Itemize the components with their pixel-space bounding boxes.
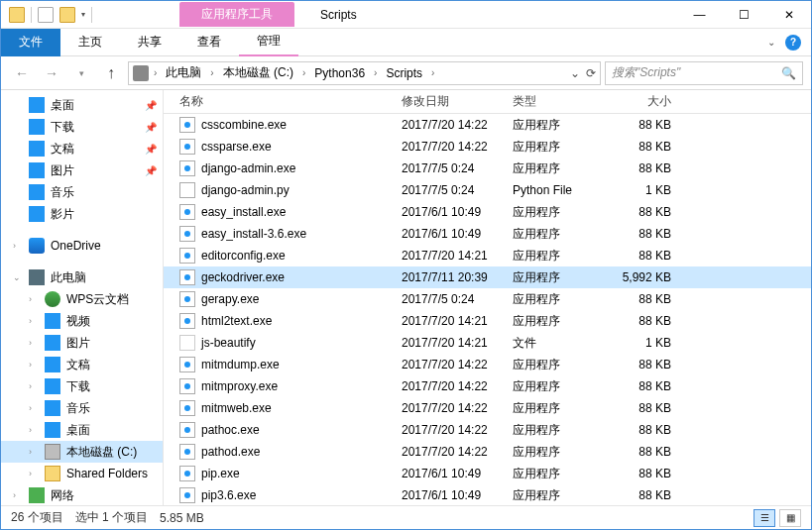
chevron-right-icon[interactable]: › (371, 67, 380, 78)
search-icon[interactable]: 🔍 (781, 66, 796, 80)
sidebar-item-pictures2[interactable]: ›图片 (1, 332, 163, 354)
chevron-right-icon[interactable]: › (29, 469, 32, 478)
chevron-right-icon[interactable]: › (29, 294, 32, 304)
tab-file[interactable]: 文件 (1, 29, 60, 56)
file-row[interactable]: django-admin.exe2017/7/5 0:24应用程序88 KB (164, 158, 811, 179)
file-row[interactable]: easy_install-3.6.exe2017/6/1 10:49应用程序88… (164, 223, 811, 245)
file-row[interactable]: csscombine.exe2017/7/20 14:22应用程序88 KB (164, 114, 811, 136)
chevron-right-icon[interactable]: › (29, 447, 32, 457)
chevron-right-icon[interactable]: › (29, 381, 32, 391)
file-row[interactable]: django-admin.py2017/7/5 0:24Python File1… (164, 179, 811, 201)
chevron-down-icon[interactable]: ⌄ (13, 272, 21, 282)
tab-home[interactable]: 主页 (60, 29, 120, 56)
refresh-icon[interactable]: ⟳ (586, 66, 596, 80)
file-row[interactable]: pip.exe2017/6/1 10:49应用程序88 KB (164, 463, 811, 484)
file-row[interactable]: mitmweb.exe2017/7/20 14:22应用程序88 KB (164, 397, 811, 419)
file-name: gerapy.exe (201, 292, 259, 306)
close-button[interactable]: ✕ (766, 1, 811, 29)
properties-icon[interactable] (38, 7, 54, 23)
sidebar-item-network[interactable]: ›网络 (1, 484, 163, 505)
breadcrumb-seg[interactable]: 本地磁盘 (C:) (219, 62, 297, 83)
picture-icon (45, 335, 60, 351)
onedrive-icon (29, 238, 45, 254)
contextual-tab-label: 应用程序工具 (179, 2, 294, 27)
chevron-right-icon[interactable]: › (29, 403, 32, 413)
tab-share[interactable]: 共享 (120, 29, 179, 56)
col-header-type[interactable]: 类型 (513, 93, 612, 110)
nav-label: 本地磁盘 (C:) (66, 444, 137, 461)
file-size: 5,992 KB (612, 270, 711, 284)
new-folder-icon[interactable] (59, 7, 75, 23)
help-icon[interactable]: ? (785, 35, 801, 51)
file-row[interactable]: cssparse.exe2017/7/20 14:22应用程序88 KB (164, 136, 811, 158)
sidebar-item-downloads[interactable]: 下载📌 (1, 116, 163, 138)
file-row[interactable]: html2text.exe2017/7/20 14:21应用程序88 KB (164, 310, 811, 332)
file-icon (179, 357, 195, 372)
sidebar-item-movies[interactable]: 影片 (1, 203, 163, 225)
tab-manage[interactable]: 管理 (239, 29, 298, 56)
col-header-size[interactable]: 大小 (612, 93, 711, 110)
forward-button[interactable]: → (39, 60, 64, 86)
search-input[interactable]: 搜索"Scripts" 🔍 (605, 61, 803, 85)
ribbon-expand-icon[interactable]: ⌄ (767, 37, 775, 48)
file-row[interactable]: mitmdump.exe2017/7/20 14:22应用程序88 KB (164, 354, 811, 375)
file-type: 应用程序 (513, 400, 612, 417)
nav-label: 下载 (51, 119, 74, 136)
folder-icon[interactable] (9, 7, 25, 23)
file-row[interactable]: gerapy.exe2017/7/5 0:24应用程序88 KB (164, 288, 811, 310)
file-row[interactable]: geckodriver.exe2017/7/11 20:39应用程序5,992 … (164, 266, 811, 288)
chevron-right-icon[interactable]: › (13, 490, 16, 500)
breadcrumb-seg[interactable]: Scripts (382, 64, 426, 82)
sidebar-item-wps[interactable]: ›WPS云文档 (1, 288, 163, 310)
drive-icon[interactable] (133, 65, 149, 81)
col-header-name[interactable]: 名称 (164, 93, 402, 110)
icons-view-button[interactable]: ▦ (779, 509, 801, 527)
file-type: 应用程序 (513, 160, 612, 177)
sidebar-item-music[interactable]: 音乐 (1, 181, 163, 203)
sidebar-item-documents2[interactable]: ›文稿 (1, 354, 163, 375)
file-icon (179, 444, 195, 460)
back-button[interactable]: ← (9, 60, 35, 86)
chevron-right-icon[interactable]: › (151, 67, 160, 78)
file-row[interactable]: easy_install.exe2017/6/1 10:49应用程序88 KB (164, 201, 811, 223)
file-icon (179, 269, 195, 285)
chevron-right-icon[interactable]: › (29, 425, 32, 435)
sidebar-item-localdisk[interactable]: ›本地磁盘 (C:) (1, 441, 163, 463)
chevron-right-icon[interactable]: › (13, 241, 16, 251)
minimize-button[interactable]: — (677, 1, 722, 29)
chevron-right-icon[interactable]: › (207, 67, 216, 78)
sidebar-item-music2[interactable]: ›音乐 (1, 397, 163, 419)
sidebar-item-desktop[interactable]: 桌面📌 (1, 94, 163, 116)
file-row[interactable]: editorconfig.exe2017/7/20 14:21应用程序88 KB (164, 245, 811, 266)
sidebar-item-shared[interactable]: ›Shared Folders (1, 463, 163, 484)
address-box[interactable]: › 此电脑 › 本地磁盘 (C:) › Python36 › Scripts ›… (128, 61, 601, 85)
maximize-button[interactable]: ☐ (722, 1, 766, 29)
sidebar-item-desktop2[interactable]: ›桌面 (1, 419, 163, 441)
breadcrumb-seg[interactable]: 此电脑 (162, 62, 205, 83)
sidebar-item-downloads2[interactable]: ›下载 (1, 375, 163, 397)
col-header-date[interactable]: 修改日期 (402, 93, 513, 110)
file-date: 2017/7/20 14:22 (402, 118, 513, 132)
chevron-right-icon[interactable]: › (29, 316, 32, 326)
sidebar-item-pictures[interactable]: 图片📌 (1, 159, 163, 181)
chevron-right-icon[interactable]: › (29, 338, 32, 348)
file-row[interactable]: mitmproxy.exe2017/7/20 14:22应用程序88 KB (164, 375, 811, 397)
recent-locations-icon[interactable]: ▾ (68, 60, 94, 86)
file-row[interactable]: js-beautify2017/7/20 14:21文件1 KB (164, 332, 811, 354)
sidebar-item-videos[interactable]: ›视频 (1, 310, 163, 332)
file-row[interactable]: pathod.exe2017/7/20 14:22应用程序88 KB (164, 441, 811, 463)
breadcrumb-seg[interactable]: Python36 (310, 64, 369, 82)
up-button[interactable]: ↑ (98, 60, 124, 86)
sidebar-item-thispc[interactable]: ⌄此电脑 (1, 266, 163, 288)
file-row[interactable]: pathoc.exe2017/7/20 14:22应用程序88 KB (164, 419, 811, 441)
sidebar-item-documents[interactable]: 文稿📌 (1, 138, 163, 159)
chevron-right-icon[interactable]: › (299, 67, 308, 78)
chevron-right-icon[interactable]: › (29, 360, 32, 370)
qat-customize-icon[interactable]: ▾ (81, 10, 85, 19)
sidebar-item-onedrive[interactable]: ›OneDrive (1, 235, 163, 257)
chevron-right-icon[interactable]: › (428, 67, 437, 78)
file-row[interactable]: pip3.6.exe2017/6/1 10:49应用程序88 KB (164, 484, 811, 505)
dropdown-icon[interactable]: ⌄ (570, 66, 580, 80)
details-view-button[interactable]: ☰ (754, 509, 775, 527)
tab-view[interactable]: 查看 (179, 29, 239, 56)
